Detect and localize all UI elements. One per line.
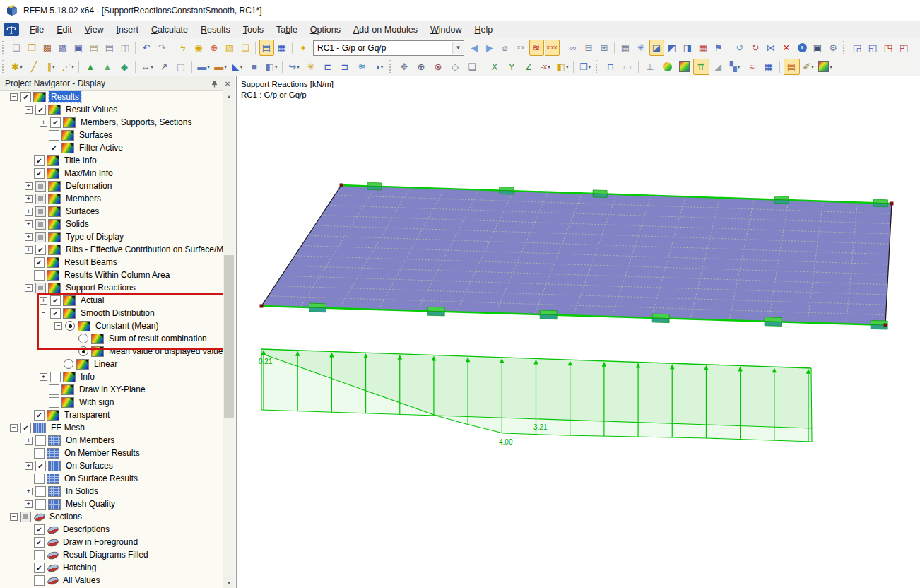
- checkbox[interactable]: [35, 283, 46, 293]
- generate-wand-icon[interactable]: ✐▾: [801, 59, 817, 75]
- value-display-icon[interactable]: X.X: [514, 40, 529, 56]
- dimension-xx-icon[interactable]: ↗: [156, 59, 172, 75]
- checkbox[interactable]: [50, 372, 61, 382]
- menu-results[interactable]: Results: [194, 23, 237, 37]
- scrollbar-thumb[interactable]: [224, 255, 234, 418]
- pick-object-icon[interactable]: ◉: [191, 40, 206, 56]
- collapse-icon[interactable]: −: [25, 284, 33, 292]
- archive-in-icon[interactable]: ▩: [40, 40, 55, 56]
- tree-item-info[interactable]: +Info: [0, 370, 223, 383]
- checkbox[interactable]: ✔: [34, 155, 45, 166]
- line-hinge-icon[interactable]: ⊏: [320, 59, 336, 75]
- checkbox[interactable]: ✔: [34, 168, 45, 179]
- expand-icon[interactable]: +: [25, 462, 33, 470]
- checkbox[interactable]: ✔: [35, 105, 46, 115]
- checkbox[interactable]: ✔: [34, 524, 45, 535]
- collapse-icon[interactable]: −: [10, 93, 18, 101]
- tree-item-deformation[interactable]: +Deformation: [0, 180, 223, 192]
- connect-members-icon[interactable]: ↪▾: [286, 59, 302, 75]
- checkbox[interactable]: [34, 270, 45, 281]
- visibility-icon[interactable]: ❒▾: [577, 59, 594, 75]
- radio-button[interactable]: [65, 321, 75, 331]
- show-tables-icon[interactable]: ▤: [259, 40, 274, 56]
- color-solid-icon[interactable]: [676, 59, 692, 75]
- tree-item-in-solids[interactable]: +In Solids: [0, 485, 223, 498]
- tree-item-fe-mesh[interactable]: −✔FE Mesh: [0, 421, 223, 434]
- eccentricity-icon[interactable]: ◑▾: [371, 59, 387, 75]
- display-navigator-icon[interactable]: ▤: [784, 59, 800, 75]
- expand-icon[interactable]: +: [25, 220, 33, 228]
- tree-item-members-supports-sections[interactable]: +✔Members, Supports, Sections: [0, 116, 223, 129]
- menu-add-on-modules[interactable]: Add-on Modules: [347, 23, 424, 37]
- checkbox[interactable]: [34, 474, 45, 484]
- workplane-yz-icon[interactable]: ◩: [665, 40, 680, 56]
- next-load-case-icon[interactable]: ▶: [483, 40, 497, 56]
- insert-view-4-icon[interactable]: ◰: [897, 40, 912, 56]
- archive-out-icon[interactable]: ▩: [56, 40, 71, 56]
- solid-set-icon[interactable]: ◧▾: [264, 59, 280, 75]
- model-scene[interactable]: 0.213.214.00: [237, 76, 920, 588]
- checkbox[interactable]: ✔: [50, 308, 61, 319]
- menu-calculate[interactable]: Calculate: [145, 23, 194, 37]
- view-neg-x-icon[interactable]: -X▾: [538, 59, 554, 75]
- redo-icon[interactable]: ↷: [155, 40, 170, 56]
- collapse-icon[interactable]: −: [54, 322, 62, 330]
- toolbar-grip[interactable]: [596, 60, 599, 74]
- tree-item-members[interactable]: +Members: [0, 192, 223, 205]
- radio-button[interactable]: [78, 346, 88, 356]
- line-release-icon[interactable]: ✳: [303, 59, 319, 75]
- new-surface-gen-icon[interactable]: ◆: [117, 59, 133, 75]
- tree-item-sections[interactable]: −Sections: [0, 510, 223, 523]
- menu-insert[interactable]: Insert: [110, 23, 145, 37]
- undo-icon[interactable]: ↶: [139, 40, 154, 56]
- checkbox[interactable]: ✔: [49, 143, 59, 153]
- tree-item-draw-in-foreground[interactable]: ✔Draw in Foreground: [0, 536, 223, 548]
- open-file-icon[interactable]: ❒: [25, 40, 40, 56]
- new-node-icon[interactable]: ✱▾: [9, 59, 25, 75]
- table-layout-icon[interactable]: ▦: [275, 40, 290, 56]
- new-file-icon[interactable]: ❑: [9, 40, 24, 56]
- object-info-icon[interactable]: i: [795, 40, 810, 56]
- scroll-down-icon[interactable]: ▼: [223, 577, 235, 588]
- tree-item-title-info[interactable]: ✔Title Info: [0, 154, 223, 167]
- view-x-icon[interactable]: X: [487, 59, 503, 75]
- checkbox[interactable]: [49, 384, 59, 395]
- expand-icon[interactable]: +: [25, 233, 33, 241]
- checkbox[interactable]: ✔: [50, 295, 61, 306]
- menu-edit[interactable]: Edit: [50, 23, 78, 37]
- tree-item-mesh-quality[interactable]: +Mesh Quality: [0, 498, 223, 510]
- snap-settings-icon[interactable]: ⚑: [712, 40, 726, 56]
- delete-objects-icon[interactable]: ✕: [779, 40, 794, 56]
- result-diagram-icon[interactable]: ≈: [744, 59, 760, 75]
- checkbox[interactable]: [20, 512, 31, 522]
- member-elastic-icon[interactable]: ≋: [354, 59, 370, 75]
- show-result-values-icon[interactable]: X.XX: [545, 40, 560, 56]
- navigator-scrollbar[interactable]: ▲ ▼: [223, 90, 235, 588]
- isometric-view-icon[interactable]: ◇: [447, 59, 464, 75]
- tree-item-result-diagrams-filled[interactable]: Result Diagrams Filled: [0, 548, 223, 561]
- checkbox[interactable]: [35, 206, 46, 217]
- new-polyline-icon[interactable]: ⋰▾: [60, 59, 76, 75]
- workplane-xz-icon[interactable]: ◨: [680, 40, 695, 56]
- member-hinge-icon[interactable]: ⊐: [337, 59, 353, 75]
- close-icon[interactable]: ✕: [222, 78, 233, 89]
- window-arrange-icon[interactable]: ▚▾: [727, 59, 743, 75]
- mirror-copy-icon[interactable]: ⋈: [764, 40, 779, 56]
- tree-item-type-of-display[interactable]: +Type of Display: [0, 230, 223, 243]
- tree-item-support-reactions[interactable]: −Support Reactions: [0, 281, 223, 294]
- layers-icon[interactable]: ◧▾: [555, 59, 571, 75]
- rendering-icon[interactable]: ∞: [566, 40, 581, 56]
- section-plane-icon[interactable]: ⊥: [642, 59, 659, 75]
- new-member-icon[interactable]: ▲: [83, 59, 99, 75]
- new-solid-icon[interactable]: ■: [247, 59, 263, 75]
- expand-icon[interactable]: +: [40, 119, 47, 127]
- tree-item-surfaces[interactable]: +Surfaces: [0, 205, 223, 218]
- tree-item-results-within-column-area[interactable]: Results Within Column Area: [0, 269, 223, 281]
- workplane-xy-icon[interactable]: ◪: [649, 40, 664, 56]
- tree-item-on-surfaces[interactable]: +✔On Surfaces: [0, 459, 223, 472]
- menu-file[interactable]: File: [23, 23, 50, 37]
- tree-item-hatching[interactable]: ✔Hatching: [0, 561, 223, 574]
- collapse-icon[interactable]: −: [10, 424, 18, 432]
- view-y-icon[interactable]: Y: [504, 59, 520, 75]
- tree-item-draw-in-xy-plane[interactable]: Draw in XY-Plane: [0, 383, 223, 396]
